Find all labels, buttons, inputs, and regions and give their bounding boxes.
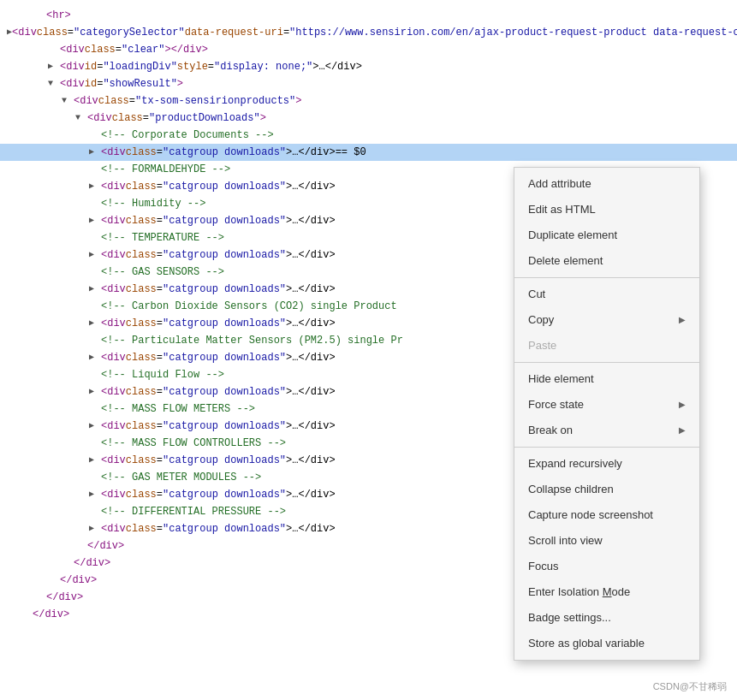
code-token: "catgroup downloads" bbox=[163, 521, 286, 537]
code-token: </div> bbox=[74, 555, 110, 571]
code-line[interactable]: ▶<div id="loadingDiv" style="display: no… bbox=[0, 58, 737, 75]
code-token: <div bbox=[101, 453, 126, 468]
code-token: class bbox=[126, 521, 157, 537]
menu-item-focus[interactable]: Focus bbox=[514, 554, 699, 579]
tree-arrow[interactable]: ▶ bbox=[89, 521, 101, 537]
menu-item-break-on[interactable]: Break on▶ bbox=[514, 418, 699, 443]
tree-arrow[interactable]: ▶ bbox=[89, 316, 101, 331]
menu-item-add-attribute[interactable]: Add attribute bbox=[514, 171, 699, 197]
code-token: class bbox=[85, 42, 116, 57]
code-token: <!-- FORMALDEHYDE --> bbox=[101, 162, 230, 177]
code-token: "catgroup downloads" bbox=[163, 453, 286, 468]
code-token: "catgroup downloads" bbox=[163, 384, 286, 400]
code-token: "catgroup downloads" bbox=[163, 316, 286, 331]
code-token: class bbox=[112, 110, 143, 126]
tree-arrow[interactable]: ▶ bbox=[89, 213, 101, 228]
tree-arrow[interactable]: ▶ bbox=[89, 453, 101, 468]
code-token: = bbox=[116, 42, 122, 57]
code-token: "tx-som-sensirionproducts" bbox=[135, 93, 295, 109]
code-token: "https://www.sensirion.com/en/ajax-produ… bbox=[289, 25, 737, 40]
code-token: > bbox=[260, 110, 266, 126]
code-token: = bbox=[157, 145, 163, 160]
menu-item-enter-isolation[interactable]: Enter Isolation Mode bbox=[514, 579, 699, 605]
tree-arrow[interactable]: ▶ bbox=[89, 179, 101, 194]
tree-arrow[interactable]: ▶ bbox=[89, 384, 101, 400]
tree-arrow[interactable]: ▶ bbox=[89, 487, 101, 502]
code-token: </div> bbox=[46, 590, 83, 605]
tree-arrow[interactable]: ▼ bbox=[62, 93, 74, 109]
tree-arrow[interactable]: ▼ bbox=[75, 110, 87, 126]
tree-arrow[interactable]: ▼ bbox=[48, 76, 60, 92]
code-token: "catgroup downloads" bbox=[163, 350, 286, 365]
code-token: = bbox=[157, 316, 163, 331]
menu-item-scroll-into-view[interactable]: Scroll into view bbox=[514, 528, 699, 554]
code-token: = bbox=[157, 350, 163, 365]
code-token: <div bbox=[101, 418, 126, 434]
code-token: >…</div> bbox=[286, 247, 336, 263]
code-token: > bbox=[177, 76, 183, 92]
code-line[interactable]: ▼<div class="productDownloads"> bbox=[0, 110, 737, 127]
tree-arrow[interactable]: ▶ bbox=[89, 282, 101, 297]
code-token: >…</div> bbox=[286, 521, 336, 537]
code-token: <hr> bbox=[46, 8, 71, 23]
menu-item-capture-screenshot[interactable]: Capture node screenshot bbox=[514, 502, 699, 528]
code-token: <div bbox=[101, 350, 126, 365]
code-token: <div bbox=[60, 59, 85, 74]
code-token: <div bbox=[87, 110, 112, 126]
code-token: = bbox=[157, 213, 163, 228]
code-token: <!-- GAS SENSORS --> bbox=[101, 264, 224, 280]
code-token: class bbox=[126, 247, 157, 263]
menu-item-cut[interactable]: Cut bbox=[514, 282, 699, 307]
tree-arrow[interactable]: ▶ bbox=[89, 350, 101, 365]
code-line[interactable]: ▶<div class="catgroup downloads">…</div>… bbox=[0, 144, 737, 161]
menu-item-duplicate-element[interactable]: Duplicate element bbox=[514, 222, 699, 248]
code-token: "loadingDiv" bbox=[103, 59, 176, 74]
code-token: = bbox=[157, 521, 163, 537]
code-token: <div bbox=[74, 93, 98, 109]
code-line[interactable]: ▶<div class="categorySelector" data-requ… bbox=[0, 24, 737, 41]
code-token: >…</div> bbox=[286, 418, 336, 434]
code-token: <div bbox=[101, 145, 126, 160]
code-token: = bbox=[97, 59, 103, 74]
menu-item-store-global[interactable]: Store as global variable bbox=[514, 631, 699, 656]
code-token: = bbox=[157, 179, 163, 194]
code-token: "catgroup downloads" bbox=[163, 487, 286, 502]
code-token: "catgroup downloads" bbox=[163, 418, 286, 434]
code-line[interactable]: <!-- Corporate Documents --> bbox=[0, 127, 737, 144]
code-token: <div bbox=[101, 487, 126, 502]
code-token: "productDownloads" bbox=[149, 110, 260, 126]
code-token: "catgroup downloads" bbox=[163, 179, 286, 194]
code-token: class bbox=[126, 179, 157, 194]
code-line[interactable]: ▼<div class="tx-som-sensirionproducts"> bbox=[0, 92, 737, 110]
menu-item-collapse-children[interactable]: Collapse children bbox=[514, 477, 699, 502]
submenu-arrow-icon: ▶ bbox=[679, 422, 686, 439]
submenu-arrow-icon: ▶ bbox=[679, 311, 686, 329]
code-line[interactable]: <hr> bbox=[0, 7, 737, 24]
tree-arrow[interactable]: ▶ bbox=[89, 418, 101, 434]
code-token: >…</div> bbox=[286, 145, 336, 160]
code-token: <div bbox=[101, 179, 126, 194]
menu-item-hide-element[interactable]: Hide element bbox=[514, 366, 699, 392]
code-token: >…</div> bbox=[286, 487, 336, 502]
code-token: <div bbox=[60, 76, 85, 92]
tree-arrow[interactable]: ▶ bbox=[89, 247, 101, 263]
menu-item-copy[interactable]: Copy▶ bbox=[514, 307, 699, 333]
menu-item-expand-recursively[interactable]: Expand recursively bbox=[514, 451, 699, 477]
code-token: <!-- MASS FLOW CONTROLLERS --> bbox=[101, 436, 286, 451]
menu-item-label: Cut bbox=[528, 286, 545, 303]
code-token: id bbox=[85, 76, 97, 92]
menu-item-delete-element[interactable]: Delete element bbox=[514, 248, 699, 274]
menu-item-label: Duplicate element bbox=[528, 227, 617, 244]
tree-arrow[interactable]: ▶ bbox=[48, 59, 60, 74]
code-line[interactable]: <div class="clear"></div> bbox=[0, 41, 737, 58]
code-token: <!-- Particulate Matter Sensors (PM2.5) … bbox=[101, 333, 403, 348]
tree-arrow[interactable]: ▶ bbox=[89, 145, 101, 160]
code-token: class bbox=[126, 384, 157, 400]
code-token: >…</div> bbox=[286, 453, 336, 468]
menu-item-force-state[interactable]: Force state▶ bbox=[514, 392, 699, 418]
menu-item-badge-settings[interactable]: Badge settings... bbox=[514, 605, 699, 631]
code-line[interactable]: ▼<div id="showResult"> bbox=[0, 75, 737, 92]
menu-item-edit-html[interactable]: Edit as HTML bbox=[514, 197, 699, 222]
code-token: <div bbox=[101, 282, 126, 297]
menu-item-label: Force state bbox=[528, 396, 584, 413]
